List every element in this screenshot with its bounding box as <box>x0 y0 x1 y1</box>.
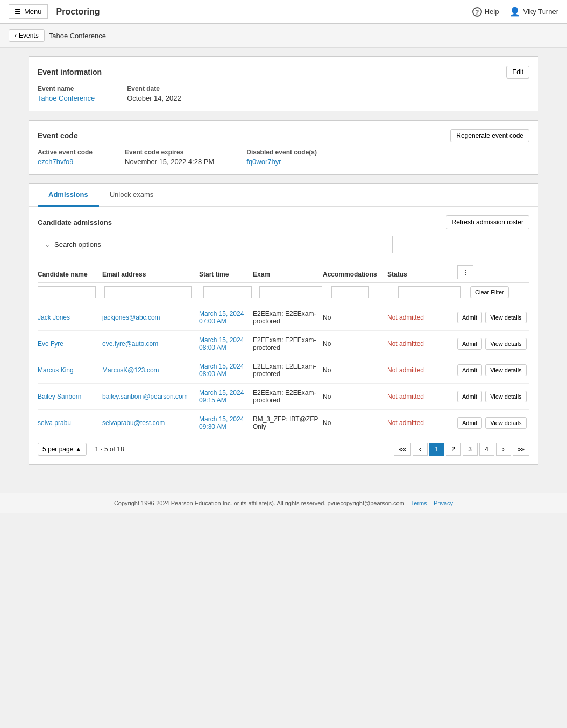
page-button[interactable]: 1 <box>429 443 444 456</box>
candidate-email-cell: selvaprabu@test.com <box>102 419 199 427</box>
candidate-email-cell: bailey.sanborn@pearson.com <box>102 393 199 400</box>
regenerate-code-button[interactable]: Regenerate event code <box>450 129 529 142</box>
view-details-button[interactable]: View details <box>485 417 527 429</box>
filter-row: Clear Filter <box>38 283 529 301</box>
candidate-accommodations-cell: No <box>323 314 387 321</box>
candidate-exam-cell: E2EExam: E2EExam-proctored <box>253 336 323 351</box>
page-button[interactable]: › <box>496 443 511 456</box>
code-expires-field: Event code expires November 15, 2022 4:2… <box>125 149 214 166</box>
filter-email-input[interactable] <box>104 286 192 298</box>
candidate-exam-cell: E2EExam: E2EExam-proctored <box>253 310 323 325</box>
filter-exam-cell <box>259 286 329 298</box>
page-button[interactable]: 4 <box>479 443 494 456</box>
candidate-exam-cell: E2EExam: E2EExam-proctored <box>253 389 323 404</box>
copyright-text: Copyright 1996-2024 Pearson Education In… <box>114 500 405 506</box>
tabs-nav: Admissions Unlock exams <box>29 184 538 207</box>
page-button[interactable]: «« <box>394 443 410 456</box>
col-header-status: Status <box>387 271 457 279</box>
terms-link[interactable]: Terms <box>411 500 427 506</box>
filter-name-input[interactable] <box>38 286 96 298</box>
top-header: ☰ Menu Proctoring ? Help 👤 Viky Turner <box>0 0 567 24</box>
candidate-name-cell[interactable]: Eve Fyre <box>38 340 102 348</box>
active-code-field: Active event code ezch7hvfo9 <box>38 149 93 166</box>
refresh-admission-roster-button[interactable]: Refresh admission roster <box>446 215 529 229</box>
filter-email-cell <box>104 286 201 298</box>
filter-exam-input[interactable] <box>259 286 322 298</box>
col-header-accommodations: Accommodations <box>323 271 387 279</box>
event-code-header: Event code Regenerate event code <box>38 129 529 142</box>
clear-filter-button[interactable]: Clear Filter <box>470 286 509 298</box>
col-header-name: Candidate name <box>38 271 102 279</box>
view-details-button[interactable]: View details <box>485 364 527 376</box>
footer: Copyright 1996-2024 Pearson Education In… <box>0 493 567 513</box>
candidate-status-cell: Not admitted <box>387 340 457 348</box>
filter-start-time-cell <box>203 286 257 298</box>
back-chevron-icon: ‹ <box>15 32 17 39</box>
menu-button[interactable]: ☰ Menu <box>9 4 48 19</box>
breadcrumb-current: Tahoe Conference <box>49 32 106 40</box>
search-options-bar[interactable]: ⌄ Search options <box>38 236 393 253</box>
candidate-name-cell[interactable]: Jack Jones <box>38 314 102 321</box>
admit-button[interactable]: Admit <box>457 312 482 323</box>
col-header-email: Email address <box>102 271 199 279</box>
admit-button[interactable]: Admit <box>457 417 482 429</box>
filter-status-cell <box>398 286 468 298</box>
chevron-down-icon: ⌄ <box>45 241 50 249</box>
candidate-actions-cell: Admit View details <box>457 391 554 402</box>
tab-admissions[interactable]: Admissions <box>38 184 99 207</box>
table-rows: Jack Jones jackjones@abc.com March 15, 2… <box>38 305 529 436</box>
page-button[interactable]: »» <box>513 443 529 456</box>
app-title: Proctoring <box>56 7 100 17</box>
page-button[interactable]: 3 <box>463 443 478 456</box>
candidate-admissions-title: Candidate admissions <box>38 218 112 227</box>
event-info-card: Event information Edit Event name Tahoe … <box>29 56 538 111</box>
candidate-status-cell: Not admitted <box>387 419 457 427</box>
candidate-start-time-cell: March 15, 2024 08:00 AM <box>199 336 253 351</box>
help-icon: ? <box>472 7 482 17</box>
view-details-button[interactable]: View details <box>485 338 527 350</box>
candidate-accommodations-cell: No <box>323 366 387 374</box>
candidate-name-cell[interactable]: Marcus King <box>38 366 102 374</box>
table-row: selva prabu selvaprabu@test.com March 15… <box>38 410 529 436</box>
candidate-name-cell[interactable]: Bailey Sanborn <box>38 393 102 400</box>
back-button[interactable]: ‹ Events <box>9 29 45 42</box>
candidate-actions-cell: Admit View details <box>457 338 554 350</box>
col-header-exam: Exam <box>253 271 323 279</box>
filter-start-time-input[interactable] <box>203 286 252 298</box>
filter-status-input[interactable] <box>398 286 461 298</box>
column-settings-button[interactable]: ⋮ <box>457 265 473 279</box>
breadcrumb-bar: ‹ Events Tahoe Conference <box>0 24 567 48</box>
page-controls: ««‹1234›»» <box>394 443 529 456</box>
view-details-button[interactable]: View details <box>485 312 527 323</box>
candidate-status-cell: Not admitted <box>387 366 457 374</box>
tab-unlock-exams[interactable]: Unlock exams <box>99 184 165 207</box>
code-expires-value: November 15, 2022 4:28 PM <box>125 158 214 166</box>
back-label: Events <box>19 32 39 39</box>
candidate-accommodations-cell: No <box>323 393 387 400</box>
hamburger-icon: ☰ <box>15 8 21 16</box>
candidate-actions-cell: Admit View details <box>457 312 554 323</box>
admit-button[interactable]: Admit <box>457 391 482 402</box>
main-content: Event information Edit Event name Tahoe … <box>20 48 547 482</box>
admit-button[interactable]: Admit <box>457 364 482 376</box>
admit-button[interactable]: Admit <box>457 338 482 350</box>
help-link[interactable]: ? Help <box>472 7 499 17</box>
table-row: Bailey Sanborn bailey.sanborn@pearson.co… <box>38 384 529 410</box>
privacy-link[interactable]: Privacy <box>434 500 453 506</box>
event-info-header: Event information Edit <box>38 66 529 79</box>
page-button[interactable]: ‹ <box>413 443 428 456</box>
admissions-section-header: Candidate admissions Refresh admission r… <box>38 215 529 229</box>
page-button[interactable]: 2 <box>446 443 461 456</box>
candidate-name-cell[interactable]: selva prabu <box>38 419 102 427</box>
candidate-accommodations-cell: No <box>323 340 387 348</box>
pagination-left: 5 per page ▲ 1 - 5 of 18 <box>38 443 124 456</box>
menu-label: Menu <box>24 8 42 16</box>
edit-event-button[interactable]: Edit <box>506 66 529 79</box>
event-info-title: Event information <box>38 68 102 76</box>
view-details-button[interactable]: View details <box>485 391 527 402</box>
user-info: 👤 Viky Turner <box>509 6 558 17</box>
event-date-value: October 14, 2022 <box>127 94 181 102</box>
per-page-button[interactable]: 5 per page ▲ <box>38 443 87 456</box>
disabled-code-label: Disabled event code(s) <box>246 149 317 156</box>
filter-accommodations-input[interactable] <box>331 286 369 298</box>
